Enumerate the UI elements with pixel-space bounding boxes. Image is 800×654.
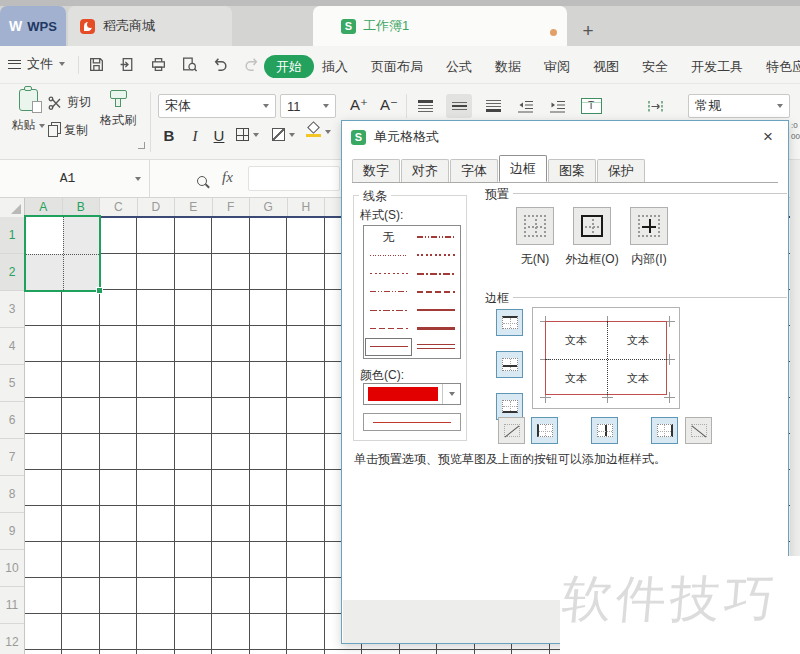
print-preview-button[interactable] [179, 54, 199, 74]
line-style-fine-dot[interactable] [365, 246, 412, 264]
ribbon-tab-developer[interactable]: 开发工具 [691, 58, 743, 76]
row-header-10[interactable]: 10 [0, 550, 24, 587]
column-header-d[interactable]: D [138, 198, 176, 217]
border-inner-vertical-button[interactable] [591, 417, 618, 444]
wrap-text-button[interactable] [640, 94, 670, 118]
paste-button[interactable]: 粘贴 [10, 89, 46, 134]
row-header-5[interactable]: 5 [0, 365, 24, 402]
border-bottom-button[interactable] [496, 393, 523, 420]
preset-outline-button[interactable] [573, 207, 611, 245]
row-header-4[interactable]: 4 [0, 328, 24, 365]
magnifier-icon[interactable] [197, 176, 207, 186]
format-painter-button[interactable]: 格式刷 [98, 90, 138, 129]
underline-button[interactable]: U [210, 124, 228, 148]
line-style-none[interactable]: 无 [365, 228, 412, 246]
bold-button[interactable]: B [158, 124, 180, 148]
number-format-select[interactable]: 常规 [688, 94, 790, 118]
row-header-12[interactable]: 12 [0, 624, 24, 654]
insert-function-button[interactable]: fx [222, 169, 233, 186]
export-button[interactable] [117, 54, 137, 74]
font-size-select[interactable]: 11 [280, 94, 336, 118]
save-button[interactable] [86, 54, 106, 74]
redo-button[interactable] [241, 54, 261, 74]
selected-cell-b2[interactable] [63, 254, 100, 291]
shading-button[interactable] [272, 128, 295, 141]
align-middle-button[interactable] [446, 94, 472, 118]
ribbon-tab-features[interactable]: 特色应用 [766, 58, 800, 76]
tab-protection[interactable]: 保护 [597, 159, 645, 182]
row-header-1[interactable]: 1 [0, 217, 24, 254]
column-header-c[interactable]: C [100, 198, 138, 217]
line-style-thick-solid[interactable] [412, 319, 459, 337]
ribbon-tab-review[interactable]: 审阅 [544, 58, 570, 76]
border-inner-horizontal-button[interactable] [496, 351, 523, 378]
border-diagonal-up-button[interactable] [498, 417, 525, 444]
merge-cells-button[interactable]: T [576, 94, 606, 118]
close-icon[interactable]: × [756, 126, 780, 148]
line-style-med-dash-dot[interactable] [412, 265, 459, 283]
decrease-font-button[interactable]: A⁻ [376, 96, 402, 114]
ribbon-tab-page-layout[interactable]: 页面布局 [371, 58, 423, 76]
ribbon-tab-data[interactable]: 数据 [495, 58, 521, 76]
fill-handle[interactable] [96, 287, 103, 294]
line-color-select[interactable] [363, 383, 461, 405]
paste-dropdown-icon[interactable] [39, 124, 45, 128]
undo-button[interactable] [210, 54, 230, 74]
tab-alignment[interactable]: 对齐 [401, 159, 449, 182]
name-box[interactable]: A1 [0, 160, 150, 197]
color-dropdown[interactable] [442, 384, 460, 404]
formula-input[interactable] [248, 166, 340, 191]
line-style-slant-dash-dot[interactable] [412, 246, 459, 264]
dialog-titlebar[interactable]: S 单元格格式 [342, 121, 788, 153]
column-header-g[interactable]: G [250, 198, 288, 217]
tab-number[interactable]: 数字 [352, 159, 400, 182]
print-button[interactable] [148, 54, 168, 74]
italic-button[interactable]: I [186, 124, 204, 148]
tab-pattern[interactable]: 图案 [548, 159, 596, 182]
decrease-indent-button[interactable] [512, 94, 538, 118]
line-style-thin-solid-selected[interactable] [365, 338, 412, 356]
clipboard-launcher-icon[interactable] [138, 142, 145, 149]
ribbon-tab-insert[interactable]: 插入 [322, 58, 348, 76]
wps-home-tab[interactable]: W WPS [0, 6, 66, 46]
cut-button[interactable]: 剪切 [48, 94, 91, 111]
new-tab-button[interactable]: + [576, 18, 600, 44]
border-preview[interactable]: 文本 文本 文本 文本 [532, 307, 680, 409]
tab-border[interactable]: 边框 [499, 155, 547, 182]
ribbon-tab-home[interactable]: 开始 [264, 55, 314, 78]
cell-selection-a1-b2[interactable] [24, 215, 101, 292]
ribbon-tab-formulas[interactable]: 公式 [446, 58, 472, 76]
border-diagonal-down-button[interactable] [685, 417, 712, 444]
increase-font-button[interactable]: A⁺ [346, 96, 372, 114]
file-menu[interactable]: 文件 [8, 55, 65, 73]
column-header-e[interactable]: E [175, 198, 213, 217]
row-header-7[interactable]: 7 [0, 439, 24, 476]
line-style-listbox[interactable]: 无 [363, 225, 461, 359]
row-header-11[interactable]: 11 [0, 587, 24, 624]
border-left-button[interactable] [531, 417, 558, 444]
preset-none-button[interactable] [516, 207, 554, 245]
ribbon-tab-security[interactable]: 安全 [642, 58, 668, 76]
row-header-2[interactable]: 2 [0, 254, 24, 291]
row-header-6[interactable]: 6 [0, 402, 24, 439]
ribbon-tab-view[interactable]: 视图 [593, 58, 619, 76]
row-header-9[interactable]: 9 [0, 513, 24, 550]
workbook-tab[interactable]: S 工作簿1 [313, 6, 567, 46]
font-name-select[interactable]: 宋体 [158, 94, 276, 118]
line-style-dash-dot-dot[interactable] [365, 283, 412, 301]
column-header-f[interactable]: F [213, 198, 251, 217]
fill-color-button[interactable] [306, 122, 331, 137]
line-style-double[interactable] [412, 338, 459, 356]
line-style-dash-dot[interactable] [365, 301, 412, 319]
line-style-dot[interactable] [365, 265, 412, 283]
selected-cell-b1[interactable] [63, 217, 100, 254]
line-style-dash[interactable] [365, 319, 412, 337]
docer-store-tab[interactable]: 稻壳商城 [68, 6, 232, 46]
preset-inside-button[interactable] [630, 207, 668, 245]
borders-button[interactable] [236, 128, 259, 141]
tab-font[interactable]: 字体 [450, 159, 498, 182]
border-right-button[interactable] [651, 417, 678, 444]
line-style-med-dash-dot-dot[interactable] [412, 228, 459, 246]
line-style-medium-solid[interactable] [412, 301, 459, 319]
column-header-h[interactable]: H [288, 198, 326, 217]
